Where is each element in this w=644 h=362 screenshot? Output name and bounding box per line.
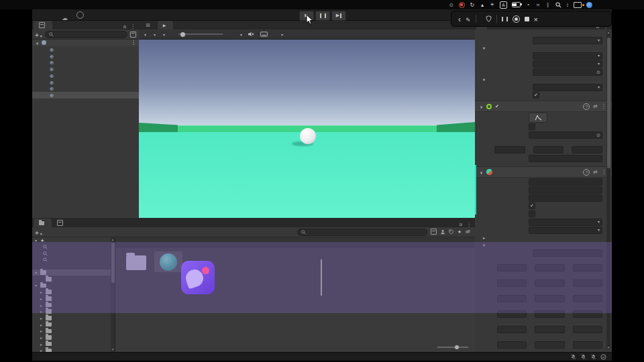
recorder-pause-button[interactable]	[502, 17, 508, 21]
tab-scene[interactable]	[140, 21, 158, 29]
bluetooth-icon[interactable]	[545, 1, 551, 8]
tab-console[interactable]	[52, 219, 70, 227]
kebab-menu-icon[interactable]	[601, 169, 606, 176]
help-icon[interactable]	[583, 103, 590, 110]
sphere-collider-header[interactable]	[475, 101, 612, 112]
step-button[interactable]	[331, 11, 346, 21]
play-focused-dropdown[interactable]	[239, 32, 242, 38]
pkg-settings-manager[interactable]	[32, 335, 111, 341]
fav-all-prefabs[interactable]	[32, 257, 111, 263]
scroll-down-arrow[interactable]: ▼	[606, 346, 610, 349]
recorder-collapse-icon[interactable]	[458, 13, 461, 25]
hierarchy-item-wall[interactable]	[32, 66, 139, 72]
scroll-up-arrow[interactable]: ▲	[111, 238, 115, 241]
hierarchy-item-wall-2[interactable]	[32, 79, 139, 86]
info-foldout[interactable]	[475, 241, 612, 249]
scrollbar-thumb[interactable]	[607, 38, 610, 168]
anchor-override-objectfield[interactable]	[533, 68, 602, 76]
scrollbar-thumb[interactable]	[111, 243, 115, 283]
is-trigger-checkbox[interactable]	[529, 123, 535, 130]
mute-audio-icon[interactable]	[248, 32, 254, 37]
edit-collider-button[interactable]	[529, 113, 547, 123]
display-dropdown[interactable]	[152, 32, 156, 38]
pause-button[interactable]	[315, 11, 330, 21]
scale-slider[interactable]	[178, 34, 223, 35]
pkg-code-coverage[interactable]	[32, 289, 111, 296]
recorder-annotate-icon[interactable]	[466, 13, 471, 25]
spotlight-search-icon[interactable]	[555, 2, 561, 8]
tree-assets-row[interactable]	[32, 269, 111, 276]
additional-settings-foldout[interactable]	[475, 76, 612, 83]
constraints-foldout[interactable]	[475, 234, 612, 241]
sphere-collider-enabled-checkbox[interactable]	[494, 104, 500, 109]
center-z-field[interactable]	[572, 146, 602, 154]
inspector-scrollbar[interactable]: ▲ ▼	[606, 31, 610, 349]
recorder-record-button[interactable]	[513, 15, 520, 23]
foldout-open-icon[interactable]	[480, 103, 484, 110]
probes-foldout[interactable]	[475, 44, 612, 52]
hierarchy-scene-row[interactable]	[32, 40, 139, 46]
foldout-open-icon[interactable]	[36, 40, 40, 46]
angular-drag-field[interactable]	[529, 194, 602, 202]
input-source-icon[interactable]	[500, 1, 507, 9]
rigidbody-header[interactable]	[475, 166, 612, 178]
hierarchy-search-input[interactable]	[45, 31, 127, 38]
scene-kebab-icon[interactable]	[131, 40, 139, 46]
scroll-down-arrow[interactable]: ▼	[111, 348, 115, 351]
gizmos-dropdown[interactable]	[280, 32, 283, 38]
console-muted-icon[interactable]	[570, 354, 576, 360]
presets-icon[interactable]	[593, 103, 598, 110]
memory-usage[interactable]	[566, 1, 569, 8]
scene-visibility-icon[interactable]	[130, 32, 136, 38]
foldout-open-icon[interactable]	[35, 269, 38, 276]
vsync-keyboard-icon[interactable]	[260, 32, 268, 37]
kebab-menu-icon[interactable]	[130, 23, 136, 29]
game-viewport[interactable]	[139, 40, 475, 218]
status-ok-icon[interactable]	[600, 354, 606, 360]
use-gravity-checkbox[interactable]	[529, 202, 535, 209]
is-kinematic-checkbox[interactable]	[529, 210, 535, 217]
motion-vectors-dropdown[interactable]	[533, 84, 602, 91]
drive-status-icon[interactable]	[574, 2, 582, 8]
favorites-row[interactable]	[32, 237, 111, 244]
hidden-packages-count[interactable]	[465, 229, 472, 234]
foldout-open-icon[interactable]	[35, 237, 38, 243]
settings-icon[interactable]	[490, 1, 495, 8]
fav-all-models[interactable]	[32, 250, 111, 257]
account-icon[interactable]	[76, 11, 84, 19]
light-probes-dropdown[interactable]	[533, 52, 602, 60]
collision-detection-dropdown[interactable]	[529, 227, 602, 234]
radius-field[interactable]	[529, 155, 602, 162]
hierarchy-item-player[interactable]	[32, 92, 139, 99]
tree-scenes-row[interactable]	[32, 276, 111, 282]
receive-gi-dropdown[interactable]	[533, 37, 602, 44]
lock-icon[interactable]	[460, 221, 462, 227]
center-x-field[interactable]	[494, 146, 525, 154]
recorder-close-button[interactable]	[534, 13, 538, 25]
cloud-collab-icon[interactable]	[62, 11, 68, 23]
aspect-dropdown[interactable]	[162, 32, 165, 38]
create-asset-dropdown[interactable]	[35, 226, 42, 238]
asset-size-slider[interactable]	[437, 347, 468, 348]
reflection-probes-dropdown[interactable]	[533, 60, 602, 68]
hierarchy-item-wall-3[interactable]	[32, 86, 139, 93]
search-by-type-icon[interactable]	[440, 229, 445, 235]
saved-search-star-icon[interactable]	[458, 229, 462, 235]
pkg-profile-analyzer[interactable]	[32, 321, 111, 328]
pkg-jetbrains-rider[interactable]	[32, 308, 111, 315]
game-mode-dropdown[interactable]	[143, 32, 146, 38]
lock-icon[interactable]	[123, 23, 126, 29]
scale-slider-thumb[interactable]	[180, 32, 185, 37]
scroll-up-arrow[interactable]: ▲	[606, 31, 610, 34]
sync-icon[interactable]	[470, 1, 475, 8]
foldout-open-icon[interactable]	[480, 169, 484, 176]
mass-field[interactable]	[529, 178, 602, 186]
slider-thumb[interactable]	[455, 345, 459, 349]
help-icon[interactable]	[583, 169, 590, 176]
center-y-field[interactable]	[533, 146, 564, 154]
shield-icon[interactable]	[486, 15, 492, 22]
project-search-input[interactable]	[297, 229, 427, 236]
focus-search-icon[interactable]	[431, 229, 437, 235]
menu-extra-icon[interactable]	[480, 1, 485, 8]
search-by-label-icon[interactable]	[449, 229, 454, 235]
